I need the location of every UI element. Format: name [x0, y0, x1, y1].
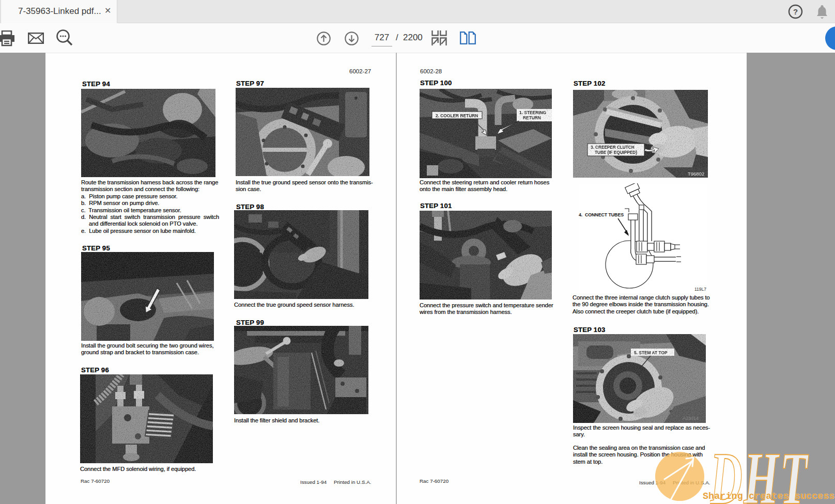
svg-text:?: ?	[793, 7, 798, 16]
svg-text:119L7: 119L7	[694, 287, 706, 292]
svg-text:4. CONNECT TUBES: 4. CONNECT TUBES	[579, 212, 624, 217]
